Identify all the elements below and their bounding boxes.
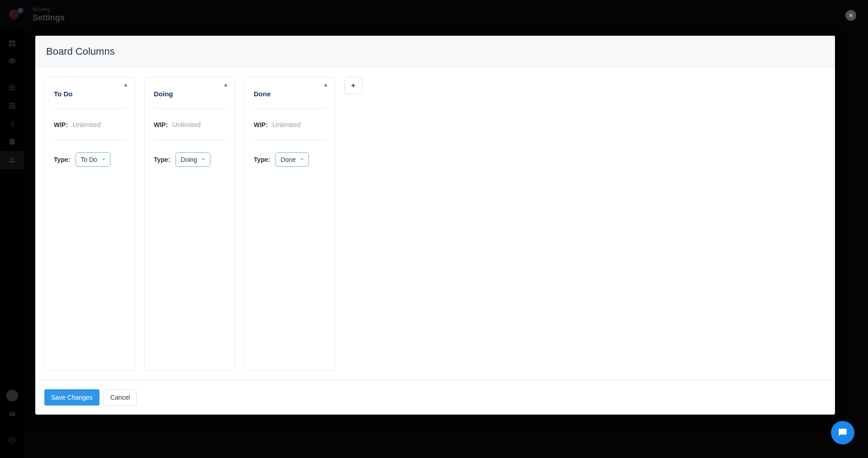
wip-input[interactable] — [272, 121, 358, 128]
close-icon — [848, 13, 854, 18]
type-select-value: Done — [280, 156, 295, 163]
type-label: Type: — [254, 156, 270, 163]
column-name-input[interactable] — [254, 85, 326, 109]
chat-fab-button[interactable] — [831, 421, 854, 444]
chevron-down-icon — [299, 156, 305, 163]
cancel-button[interactable]: Cancel — [104, 389, 137, 406]
type-select-value: To Do — [81, 156, 97, 163]
column-delete-button[interactable] — [322, 82, 329, 89]
modal-close-button[interactable] — [845, 10, 856, 21]
type-select[interactable]: Done — [275, 152, 308, 167]
column-delete-button[interactable] — [222, 82, 229, 89]
close-icon — [223, 83, 228, 88]
modal-footer: Save Changes Cancel — [35, 380, 835, 415]
column-name-input[interactable] — [54, 85, 126, 109]
wip-label: WIP: — [54, 121, 68, 128]
modal-title: Board Columns — [46, 46, 824, 57]
column-card: WIP: Type: Doing — [144, 77, 235, 371]
column-card: WIP: Type: Done — [244, 77, 335, 371]
column-delete-button[interactable] — [122, 82, 129, 89]
add-column-button[interactable] — [344, 77, 362, 94]
type-label: Type: — [54, 156, 70, 163]
wip-label: WIP: — [154, 121, 168, 128]
chat-icon — [837, 427, 849, 439]
board-columns-modal: Board Columns WIP: Type: To Do — [35, 36, 835, 415]
type-select[interactable]: To Do — [76, 152, 110, 167]
chevron-down-icon — [201, 156, 206, 163]
save-button[interactable]: Save Changes — [44, 389, 100, 406]
modal-body: WIP: Type: To Do WIP: Type: — [35, 68, 835, 380]
chevron-down-icon — [101, 156, 106, 163]
type-select[interactable]: Doing — [175, 152, 210, 167]
column-card: WIP: Type: To Do — [44, 77, 135, 371]
column-name-input[interactable] — [154, 85, 226, 109]
close-icon — [323, 83, 328, 88]
type-select-value: Doing — [180, 156, 197, 163]
type-label: Type: — [154, 156, 170, 163]
wip-label: WIP: — [254, 121, 268, 128]
modal-header: Board Columns — [35, 36, 835, 68]
close-icon — [123, 83, 128, 88]
plus-icon — [350, 82, 356, 89]
